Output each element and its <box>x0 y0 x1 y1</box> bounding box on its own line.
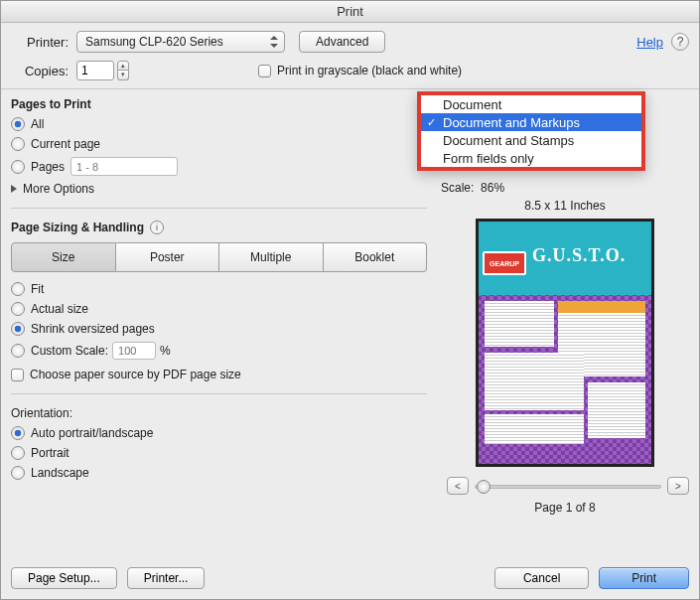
divider <box>1 88 699 89</box>
divider <box>11 208 427 209</box>
radio-pages[interactable] <box>11 160 25 174</box>
radio-fit[interactable] <box>11 282 25 296</box>
info-icon[interactable]: i <box>150 221 164 234</box>
left-column: Pages to Print All Current page Pages Mo… <box>11 97 427 515</box>
scale-row: Scale: 86% <box>441 181 689 195</box>
custom-scale-input[interactable] <box>112 342 156 360</box>
dropdown-item-document[interactable]: Document <box>421 95 641 113</box>
page-preview: GEARUP G.U.S.T.O. <box>476 219 654 467</box>
help-link[interactable]: Help <box>636 35 663 50</box>
orientation-title: Orientation: <box>11 406 427 420</box>
window-title: Print <box>1 1 699 23</box>
radio-actual-label: Actual size <box>31 302 88 316</box>
printer-value: Samsung CLP-620 Series <box>85 35 223 49</box>
radio-fit-label: Fit <box>31 282 44 296</box>
radio-shrink-label: Shrink oversized pages <box>31 322 155 336</box>
dropdown-item-stamps[interactable]: Document and Stamps <box>421 131 641 149</box>
right-column: Document Document and Markups Document a… <box>441 97 689 515</box>
paper-source-label: Choose paper source by PDF page size <box>30 368 241 381</box>
advanced-button[interactable]: Advanced <box>299 31 385 53</box>
scale-label: Scale: <box>441 181 474 195</box>
printer-row: Printer: Samsung CLP-620 Series Advanced… <box>11 31 689 53</box>
dropdown-item-formfields[interactable]: Form fields only <box>421 149 641 167</box>
pages-to-print-title: Pages to Print <box>11 97 427 111</box>
page-setup-button[interactable]: Page Setup... <box>11 567 117 589</box>
divider <box>11 393 427 394</box>
radio-all-label: All <box>31 117 44 131</box>
prev-page-button[interactable]: < <box>447 477 469 495</box>
cancel-button[interactable]: Cancel <box>494 567 589 589</box>
printer-label: Printer: <box>11 35 69 50</box>
copies-row: Copies: ▴▾ Print in grayscale (black and… <box>11 61 689 80</box>
copies-stepper[interactable]: ▴▾ <box>117 61 129 80</box>
print-button[interactable]: Print <box>599 567 689 589</box>
radio-portrait[interactable] <box>11 446 25 460</box>
next-page-button[interactable]: > <box>667 477 689 495</box>
preview-nav: < > <box>447 477 689 495</box>
copies-label: Copies: <box>11 64 69 78</box>
radio-custom[interactable] <box>11 344 25 358</box>
footer: Page Setup... Printer... Cancel Print <box>1 557 699 599</box>
printer-button[interactable]: Printer... <box>127 567 206 589</box>
radio-landscape[interactable] <box>11 466 25 480</box>
radio-actual[interactable] <box>11 302 25 316</box>
radio-all-row: All <box>11 117 427 131</box>
radio-auto-orient[interactable] <box>11 426 25 440</box>
pages-input[interactable] <box>70 157 178 176</box>
radio-landscape-label: Landscape <box>31 466 89 480</box>
print-dialog: Print Printer: Samsung CLP-620 Series Ad… <box>0 0 700 600</box>
comments-dropdown[interactable]: Document Document and Markups Document a… <box>417 91 645 171</box>
page-slider[interactable] <box>475 479 661 493</box>
preview-headline: G.U.S.T.O. <box>532 245 626 266</box>
radio-auto-label: Auto portrait/landscape <box>31 426 153 440</box>
page-indicator: Page 1 of 8 <box>441 501 689 515</box>
dialog-content: Printer: Samsung CLP-620 Series Advanced… <box>1 23 699 525</box>
radio-pages-label: Pages <box>31 160 65 174</box>
radio-current[interactable] <box>11 137 25 151</box>
radio-pages-row: Pages <box>11 157 427 176</box>
more-options[interactable]: More Options <box>11 182 427 196</box>
seg-size[interactable]: Size <box>11 242 116 272</box>
radio-current-label: Current page <box>31 137 100 151</box>
help-icon[interactable]: ? <box>671 33 689 51</box>
radio-portrait-label: Portrait <box>31 446 70 460</box>
printer-select[interactable]: Samsung CLP-620 Series <box>76 31 285 53</box>
paper-source-checkbox[interactable] <box>11 369 24 381</box>
percent-label: % <box>160 344 171 358</box>
radio-all[interactable] <box>11 117 25 131</box>
seg-multiple[interactable]: Multiple <box>219 242 324 272</box>
lower-area: Pages to Print All Current page Pages Mo… <box>11 97 689 515</box>
dims-label: 8.5 x 11 Inches <box>441 199 689 213</box>
seg-poster[interactable]: Poster <box>116 242 220 272</box>
sizing-segment: Size Poster Multiple Booklet <box>11 242 427 272</box>
radio-shrink[interactable] <box>11 322 25 336</box>
dropdown-item-markups[interactable]: Document and Markups <box>421 113 641 131</box>
disclosure-triangle-icon <box>11 185 17 193</box>
grayscale-label: Print in grayscale (black and white) <box>277 64 462 77</box>
scale-value: 86% <box>481 181 504 195</box>
copies-input[interactable] <box>76 61 114 80</box>
sizing-title-text: Page Sizing & Handling <box>11 221 144 234</box>
radio-current-row: Current page <box>11 137 427 151</box>
grayscale-checkbox[interactable] <box>258 65 271 77</box>
sizing-title: Page Sizing & Handling i <box>11 221 427 234</box>
seg-booklet[interactable]: Booklet <box>324 242 428 272</box>
more-options-label: More Options <box>23 182 94 196</box>
radio-custom-label: Custom Scale: <box>31 344 108 358</box>
preview-logo: GEARUP <box>483 251 526 275</box>
